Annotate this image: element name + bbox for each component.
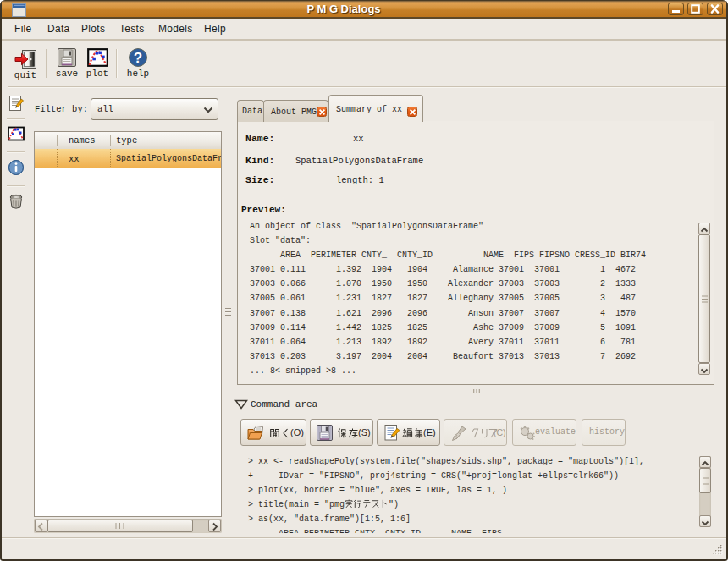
svg-text:?: ? (134, 50, 142, 66)
